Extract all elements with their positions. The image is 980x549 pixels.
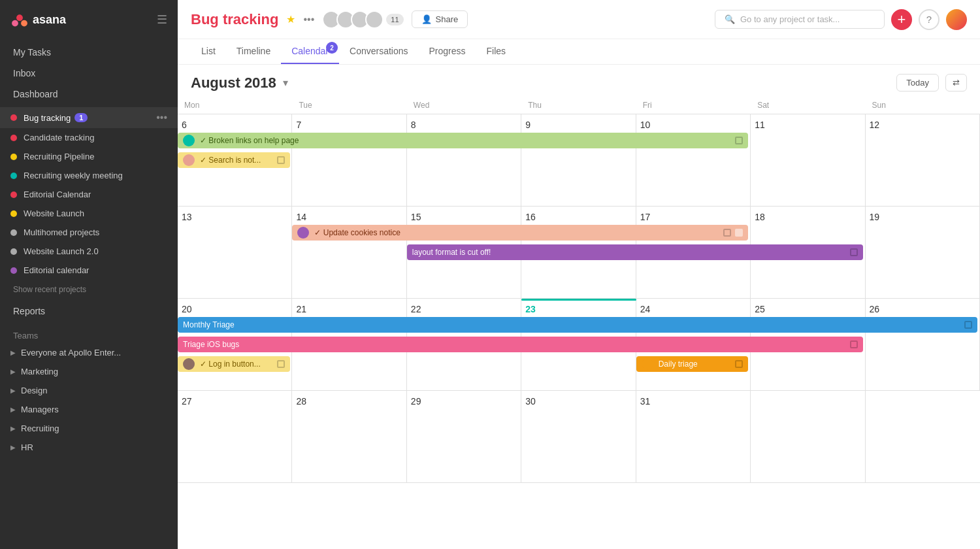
project-item[interactable]: Editorial Calendar	[0, 185, 178, 204]
team-item[interactable]: ▶ HR	[0, 438, 178, 457]
calendar-day-number: 24	[640, 304, 746, 314]
dashboard-label: Dashboard	[13, 89, 58, 99]
calendar-day-number: 26	[870, 304, 975, 314]
event-bar[interactable]: ✓ Broken links on help page	[178, 133, 748, 148]
calendar-day-number: 13	[182, 212, 287, 222]
project-item[interactable]: Bug tracking 1 •••	[0, 107, 178, 128]
team-arrow-icon: ▶	[10, 444, 16, 451]
tab-calendar[interactable]: Calendar2	[281, 39, 339, 64]
project-item[interactable]: Recruiting weekly meeting	[0, 166, 178, 185]
event-bar[interactable]: ✓ Update cookies notice	[292, 225, 748, 241]
calendar-cell: 14	[292, 207, 406, 298]
calendar-week: 13141516171819✓ Update cookies noticelay…	[178, 207, 980, 299]
project-item[interactable]: Candidate tracking	[0, 128, 178, 147]
help-button[interactable]: ?	[919, 9, 939, 30]
filter-button[interactable]: ⇄	[945, 74, 967, 92]
calendar-day-number: 8	[411, 120, 517, 130]
event-checkbox[interactable]	[277, 156, 285, 164]
day-of-week-cell: Fri	[636, 97, 751, 114]
sidebar-nav: My Tasks Inbox Dashboard	[0, 39, 178, 107]
user-avatar[interactable]	[946, 9, 967, 30]
team-label: Managers	[21, 405, 59, 414]
search-bar[interactable]: 🔍 Go to any project or task...	[715, 10, 885, 29]
month-title: August 2018	[191, 75, 276, 92]
calendar-day-number: 10	[640, 120, 746, 130]
team-label: Recruiting	[21, 424, 59, 433]
main-content: Bug tracking ★ ••• 11 👤 Share 🔍 Go to an…	[178, 0, 980, 549]
event-bar[interactable]: Monthly Triage	[178, 317, 977, 333]
sidebar-collapse-button[interactable]: ☰	[157, 12, 167, 27]
show-recent-projects[interactable]: Show recent projects	[0, 280, 178, 299]
day-of-week-cell: Thu	[521, 97, 636, 114]
star-icon: ★	[286, 13, 295, 25]
event-avatar	[183, 358, 195, 370]
tab-conversations[interactable]: Conversations	[339, 39, 419, 64]
my-tasks-label: My Tasks	[13, 47, 51, 58]
topbar-right: 🔍 Go to any project or task... + ?	[715, 9, 967, 30]
team-arrow-icon: ▶	[10, 387, 16, 394]
svg-point-1	[12, 20, 18, 27]
event-checkbox[interactable]	[850, 341, 858, 348]
add-button[interactable]: +	[891, 9, 912, 30]
project-item[interactable]: Multihomed projects	[0, 223, 178, 242]
calendar-day-number: 9	[525, 120, 631, 130]
team-item[interactable]: ▶ Managers	[0, 400, 178, 419]
calendar-cell: 26	[866, 299, 980, 390]
calendar-cell: 7	[292, 114, 406, 206]
today-button[interactable]: Today	[896, 74, 939, 92]
event-checkbox[interactable]	[850, 248, 858, 256]
team-label: HR	[21, 442, 33, 452]
project-label: Editorial calendar	[24, 265, 89, 275]
calendar-cell: 13	[178, 207, 292, 298]
asana-logo-icon	[10, 10, 29, 29]
share-button[interactable]: 👤 Share	[412, 10, 468, 28]
event-checkbox[interactable]	[964, 321, 972, 329]
tab-progress[interactable]: Progress	[419, 39, 476, 64]
team-item[interactable]: ▶ Recruiting	[0, 419, 178, 438]
event-bar[interactable]: ✓ Search is not...	[178, 152, 290, 168]
calendar-header-row: August 2018 ▾ Today ⇄	[178, 65, 980, 97]
calendar-cell: 11	[751, 114, 865, 206]
sidebar-item-my-tasks[interactable]: My Tasks	[0, 42, 178, 63]
event-bar[interactable]: Triage iOS bugs	[178, 337, 863, 352]
project-item[interactable]: Editorial calendar	[0, 261, 178, 280]
avatar-count: 11	[386, 14, 403, 25]
tab-list[interactable]: List	[191, 39, 226, 64]
calendar-cell: 19	[866, 207, 980, 298]
event-checkbox[interactable]	[277, 360, 285, 368]
event-bar[interactable]: ✓ Log in button...	[178, 356, 290, 372]
event-checkbox[interactable]	[723, 229, 731, 237]
asana-logo-text: asana	[33, 13, 66, 27]
event-label: Daily triage	[659, 359, 730, 369]
project-dot	[10, 248, 17, 255]
event-checkbox[interactable]	[735, 137, 743, 144]
team-item[interactable]: ▶ Marketing	[0, 362, 178, 381]
event-extra-icon	[735, 229, 743, 237]
team-arrow-icon: ▶	[10, 349, 16, 356]
project-more-icon[interactable]: •••	[156, 112, 167, 124]
sidebar-item-dashboard[interactable]: Dashboard	[0, 84, 178, 105]
event-bar[interactable]: layout format is cut off!	[407, 244, 863, 260]
sidebar-reports[interactable]: Reports	[0, 299, 178, 319]
tab-timeline[interactable]: Timeline	[226, 39, 281, 64]
project-item[interactable]: Recruiting Pipeline	[0, 147, 178, 166]
calendar-day-number: 15	[411, 212, 517, 222]
project-item[interactable]: Website Launch 2.0	[0, 242, 178, 261]
calendar-day-number: 22	[411, 304, 517, 314]
project-label: Candidate tracking	[24, 133, 94, 142]
event-label: ✓ Broken links on help page	[200, 136, 730, 145]
share-label: Share	[436, 14, 459, 24]
team-item[interactable]: ▶ Design	[0, 381, 178, 400]
day-of-week-cell: Tue	[292, 97, 406, 114]
project-item[interactable]: Website Launch	[0, 204, 178, 223]
month-nav-down[interactable]: ▾	[283, 76, 288, 89]
tabbar: ListTimelineCalendar2ConversationsProgre…	[178, 39, 980, 65]
tab-files[interactable]: Files	[476, 39, 517, 64]
sidebar-item-inbox[interactable]: Inbox	[0, 63, 178, 84]
event-bar[interactable]: Daily triage	[636, 356, 749, 372]
team-item[interactable]: ▶ Everyone at Apollo Enter...	[0, 343, 178, 362]
day-of-week-cell: Wed	[407, 97, 521, 114]
more-dots-icon[interactable]: •••	[303, 14, 314, 25]
asana-logo[interactable]: asana	[10, 10, 66, 29]
event-checkbox[interactable]	[735, 360, 743, 368]
